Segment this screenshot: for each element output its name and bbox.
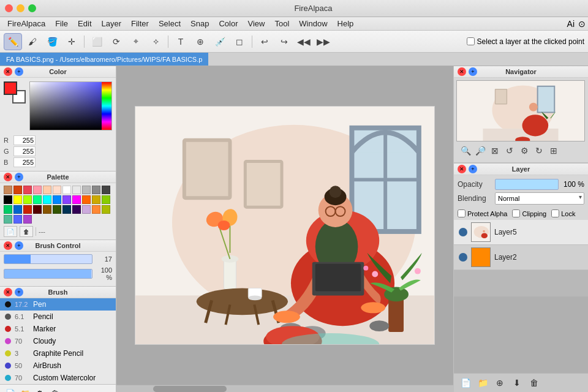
foreground-color-swatch[interactable]: [4, 81, 17, 95]
select-layer-option[interactable]: Select a layer at the clicked point: [467, 37, 584, 46]
move-tool-btn[interactable]: ✛: [62, 33, 81, 50]
palette-color-swatch[interactable]: [43, 186, 51, 194]
select-lasso-btn[interactable]: ⌖: [127, 33, 145, 50]
palette-color-swatch[interactable]: [53, 195, 61, 204]
brush-list-item[interactable]: 70Cloudy: [0, 335, 116, 347]
eraser-btn[interactable]: ◻: [230, 33, 249, 50]
palette-color-swatch[interactable]: [62, 186, 71, 194]
palette-color-swatch[interactable]: [72, 205, 81, 214]
palette-color-swatch[interactable]: [23, 205, 32, 214]
rotate-left-btn[interactable]: ↺: [503, 144, 516, 157]
brush-list-item[interactable]: 50AirBrush: [0, 360, 116, 372]
menu-view[interactable]: View: [243, 18, 270, 29]
brush-control-expand-icon[interactable]: +: [15, 241, 23, 250]
zoom-out-btn[interactable]: 🔎: [473, 144, 487, 157]
r-input[interactable]: [13, 135, 36, 145]
layer-item-layer2[interactable]: Layer2: [454, 245, 588, 270]
bucket-tool-btn[interactable]: 🪣: [43, 33, 61, 50]
color-gradient-picker[interactable]: [29, 81, 112, 130]
palette-color-swatch[interactable]: [13, 215, 22, 224]
palette-color-swatch[interactable]: [53, 205, 61, 214]
palette-color-swatch[interactable]: [92, 195, 100, 204]
palette-color-swatch[interactable]: [33, 186, 42, 194]
palette-color-swatch[interactable]: [92, 186, 100, 194]
palette-color-swatch[interactable]: [4, 186, 12, 194]
canvas-illustration[interactable]: [135, 106, 435, 345]
select-color-btn[interactable]: ⊕: [191, 33, 209, 50]
palette-color-swatch[interactable]: [53, 186, 61, 194]
menu-edit[interactable]: Edit: [73, 18, 96, 29]
horizontal-scrollbar[interactable]: [116, 385, 453, 392]
settings-btn[interactable]: ⚙: [518, 144, 531, 157]
palette-expand-icon[interactable]: +: [15, 173, 23, 181]
menu-help[interactable]: Help: [333, 18, 359, 29]
palette-color-swatch[interactable]: [102, 205, 110, 214]
menu-firealpaca[interactable]: FireAlpaca: [2, 18, 50, 29]
palette-color-swatch[interactable]: [33, 195, 42, 204]
pencil-tool-btn[interactable]: ✏️: [4, 33, 22, 50]
navigator-expand-icon[interactable]: +: [469, 67, 477, 76]
select-rect-btn[interactable]: ⬜: [88, 33, 106, 50]
brush-folder-btn[interactable]: 📁: [18, 386, 32, 392]
palette-color-swatch[interactable]: [23, 215, 32, 224]
palette-close-icon[interactable]: ✕: [4, 173, 12, 181]
size-slider[interactable]: [4, 254, 92, 264]
palette-new-btn[interactable]: 📄: [4, 226, 17, 237]
prev-frame-btn[interactable]: ◀◀: [295, 33, 313, 50]
b-input[interactable]: [13, 157, 36, 167]
clipping-checkbox[interactable]: [512, 209, 520, 217]
blending-select-wrap[interactable]: Normal Multiply Screen Overlay: [495, 192, 584, 205]
brush-delete-btn[interactable]: 🗑: [48, 386, 61, 392]
layer-item-layer5[interactable]: Layer5: [454, 220, 588, 245]
palette-color-swatch[interactable]: [62, 195, 71, 204]
menu-filter[interactable]: Filter: [126, 18, 154, 29]
palette-color-swatch[interactable]: [72, 186, 81, 194]
layer-copy-btn[interactable]: ⊕: [492, 376, 508, 390]
palette-color-swatch[interactable]: [4, 215, 12, 224]
brush-control-close-icon[interactable]: ✕: [4, 241, 12, 250]
palette-color-swatch[interactable]: [4, 205, 12, 214]
palette-color-swatch[interactable]: [33, 205, 42, 214]
menu-file[interactable]: File: [50, 18, 73, 29]
clipping-option[interactable]: Clipping: [512, 209, 546, 217]
blending-select[interactable]: Normal Multiply Screen Overlay: [495, 192, 584, 205]
palette-color-swatch[interactable]: [102, 186, 110, 194]
lock-option[interactable]: Lock: [551, 209, 575, 217]
brush-close-icon[interactable]: ✕: [4, 288, 12, 296]
color-expand-icon[interactable]: +: [15, 67, 23, 76]
palette-color-swatch[interactable]: [72, 195, 81, 204]
palette-color-swatch[interactable]: [92, 205, 100, 214]
brush-list-item[interactable]: 70Custom Watercolor: [0, 372, 116, 384]
navigator-close-icon[interactable]: ✕: [458, 67, 466, 76]
palette-color-swatch[interactable]: [82, 186, 91, 194]
rotate-right-btn[interactable]: ↻: [532, 144, 546, 157]
opacity-slider[interactable]: [495, 179, 559, 190]
brush-expand-icon[interactable]: +: [15, 288, 23, 296]
palette-color-swatch[interactable]: [23, 186, 32, 194]
palette-color-swatch[interactable]: [23, 195, 32, 204]
palette-color-swatch[interactable]: [82, 205, 91, 214]
brush-settings-btn[interactable]: ⚙: [33, 386, 47, 392]
layer2-visibility[interactable]: [459, 253, 467, 262]
palette-color-swatch[interactable]: [43, 195, 51, 204]
document-tab[interactable]: FA BASICS.png - /Users/elbaromero/Pictur…: [0, 53, 208, 66]
protect-alpha-option[interactable]: Protect Alpha: [458, 209, 507, 217]
palette-color-swatch[interactable]: [62, 205, 71, 214]
layer5-visibility[interactable]: [459, 228, 467, 236]
zoom-in-btn[interactable]: 🔍: [459, 144, 472, 157]
menu-snap[interactable]: Snap: [186, 18, 214, 29]
palette-color-swatch[interactable]: [4, 195, 12, 204]
brush-list-item[interactable]: 5.1Marker: [0, 323, 116, 335]
palette-color-swatch[interactable]: [13, 205, 22, 214]
layer-new-btn[interactable]: 📄: [458, 376, 473, 390]
brush-more-btn[interactable]: »: [62, 386, 76, 392]
menu-select[interactable]: Select: [154, 18, 186, 29]
close-button[interactable]: [5, 4, 13, 12]
menu-tool[interactable]: Tool: [270, 18, 294, 29]
palette-delete-btn[interactable]: 🗑: [20, 226, 33, 237]
palette-color-swatch[interactable]: [102, 195, 110, 204]
layer-expand-icon[interactable]: +: [469, 165, 477, 173]
eyedropper-btn[interactable]: 💉: [211, 33, 229, 50]
protect-alpha-checkbox[interactable]: [458, 209, 466, 217]
menu-layer[interactable]: Layer: [97, 18, 127, 29]
